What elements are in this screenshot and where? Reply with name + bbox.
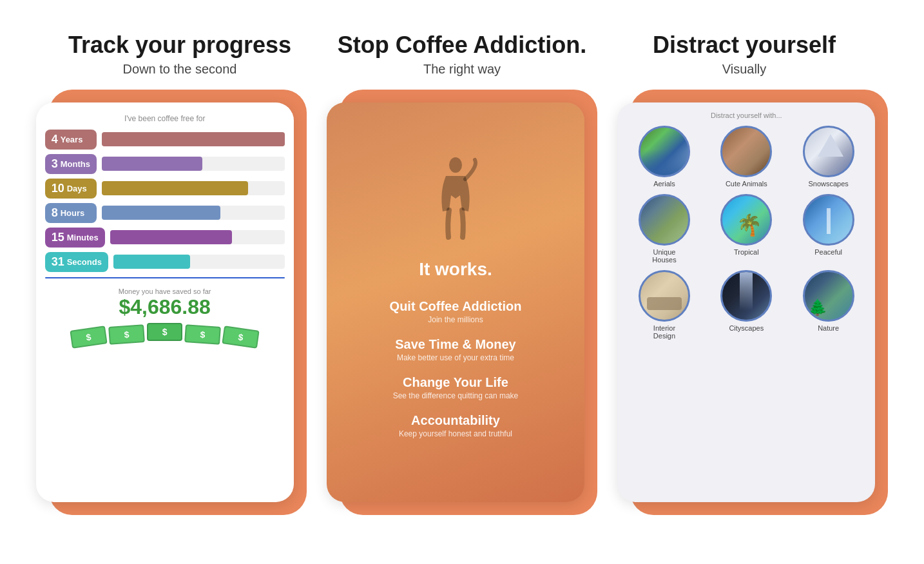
category-grid: Aerials Cute Animals Snowscapes UniqueHo…: [624, 126, 869, 340]
circle-nature: [803, 270, 854, 322]
addiction-item-4-title: Accountability: [399, 413, 512, 428]
addiction-item-1-subtitle: Join the millions: [390, 315, 522, 324]
circle-interior: [639, 270, 690, 322]
addiction-item-1: Quit Coffee Addiction Join the millions: [390, 299, 522, 324]
phone-progress: I've been coffee free for 4 Years 3 Mont…: [36, 90, 307, 509]
category-interior[interactable]: InteriorDesign: [626, 270, 702, 340]
months-num: 3: [52, 157, 58, 171]
addiction-item-2: Save Time & Money Make better use of you…: [395, 337, 515, 362]
seconds-label: Seconds: [67, 257, 102, 267]
money-label: Money you have saved so far: [45, 287, 285, 295]
hours-num: 8: [52, 206, 58, 220]
badge-months: 3 Months: [45, 154, 97, 174]
addiction-subtitle: The right way: [333, 62, 591, 77]
time-row-months: 3 Months: [45, 154, 285, 174]
progress-title: Track your progress: [51, 32, 309, 58]
addiction-item-1-title: Quit Coffee Addiction: [390, 299, 522, 314]
bar-seconds-bg: [113, 255, 285, 269]
years-label: Years: [61, 135, 83, 144]
bill-5: [222, 326, 259, 348]
header-addiction: Stop Coffee Addiction. The right way: [333, 32, 591, 77]
badge-seconds: 31 Seconds: [45, 252, 108, 272]
svg-point-0: [449, 157, 462, 173]
addiction-item-3-subtitle: See the difference quitting can make: [393, 391, 519, 400]
addiction-item-3-title: Change Your Life: [393, 375, 519, 390]
minutes-num: 15: [52, 231, 64, 244]
label-animals: Cute Animals: [726, 180, 767, 188]
badge-years: 4 Years: [45, 130, 97, 150]
label-snowscapes: Snowscapes: [808, 180, 848, 188]
time-row-days: 10 Days: [45, 179, 285, 199]
silhouette-container: [433, 153, 478, 253]
bar-months-fill: [102, 157, 202, 171]
time-row-seconds: 31 Seconds: [45, 252, 285, 272]
bar-months-bg: [102, 157, 285, 171]
seconds-num: 31: [52, 255, 64, 269]
phone-front-1: I've been coffee free for 4 Years 3 Mont…: [36, 102, 294, 502]
category-peaceful[interactable]: Peaceful: [791, 194, 866, 264]
phone-front-2: It works. Quit Coffee Addiction Join the…: [327, 102, 584, 502]
distract-title: Distract yourself: [615, 32, 873, 58]
circle-tropical: [720, 194, 772, 246]
header-distract: Distract yourself Visually: [615, 32, 873, 77]
label-interior: InteriorDesign: [653, 324, 675, 340]
addiction-item-4-subtitle: Keep yourself honest and truthful: [399, 429, 512, 438]
circle-houses: [639, 194, 690, 246]
years-num: 4: [52, 133, 58, 146]
bar-hours-fill: [102, 206, 221, 220]
addiction-title: Stop Coffee Addiction.: [333, 32, 591, 58]
bar-hours-bg: [102, 206, 285, 220]
circle-aerials: [639, 126, 690, 177]
label-houses: UniqueHouses: [652, 248, 676, 264]
money-section: Money you have saved so far $4,686.88: [45, 284, 285, 346]
bar-minutes-bg: [110, 230, 285, 244]
hours-label: Hours: [61, 208, 85, 218]
days-label: Days: [67, 184, 87, 193]
badge-hours: 8 Hours: [45, 203, 97, 223]
minutes-label: Minutes: [67, 233, 99, 242]
badge-days: 10 Days: [45, 179, 97, 199]
category-snowscapes[interactable]: Snowscapes: [791, 126, 866, 188]
months-label: Months: [61, 159, 90, 169]
time-row-hours: 8 Hours: [45, 203, 285, 223]
category-aerials[interactable]: Aerials: [626, 126, 702, 188]
addiction-item-4: Accountability Keep yourself honest and …: [399, 413, 512, 438]
circle-cityscapes: [720, 270, 772, 322]
category-nature[interactable]: Nature: [791, 270, 866, 340]
label-nature: Nature: [818, 324, 839, 332]
phone-addiction: It works. Quit Coffee Addiction Join the…: [327, 90, 597, 509]
bar-minutes-fill: [110, 230, 233, 244]
bar-days-bg: [102, 181, 285, 195]
bill-2: [108, 324, 145, 345]
phone-distract: Distract yourself with... Aerials Cute A…: [617, 90, 888, 509]
category-tropical[interactable]: Tropical: [709, 194, 784, 264]
addiction-item-3: Change Your Life See the difference quit…: [393, 375, 519, 400]
bar-days-fill: [102, 181, 248, 195]
category-cityscapes[interactable]: Cityscapes: [709, 270, 784, 340]
category-animals[interactable]: Cute Animals: [709, 126, 784, 188]
bar-years-fill: [102, 132, 285, 146]
progress-divider: [45, 277, 285, 278]
time-row-years: 4 Years: [45, 130, 285, 150]
badge-minutes: 15 Minutes: [45, 228, 105, 248]
bill-1: [70, 326, 107, 348]
circle-peaceful: [803, 194, 854, 246]
category-houses[interactable]: UniqueHouses: [626, 194, 702, 264]
time-row-minutes: 15 Minutes: [45, 228, 285, 248]
phones-row: I've been coffee free for 4 Years 3 Mont…: [0, 90, 924, 564]
money-bills: [45, 323, 285, 346]
bar-years-bg: [102, 132, 285, 146]
header-progress: Track your progress Down to the second: [51, 32, 309, 77]
label-cityscapes: Cityscapes: [729, 324, 764, 332]
bill-3: [147, 323, 182, 341]
circle-snowscapes: [803, 126, 854, 177]
header-row: Track your progress Down to the second S…: [0, 0, 924, 90]
bar-seconds-fill: [113, 255, 191, 269]
distract-top-text: Distract yourself with...: [624, 112, 869, 119]
distract-subtitle: Visually: [615, 62, 873, 77]
addiction-item-2-subtitle: Make better use of your extra time: [395, 353, 515, 362]
progress-header-label: I've been coffee free for: [45, 114, 285, 123]
bill-4: [184, 324, 221, 345]
money-amount: $4,686.88: [45, 295, 285, 319]
label-aerials: Aerials: [653, 180, 675, 188]
